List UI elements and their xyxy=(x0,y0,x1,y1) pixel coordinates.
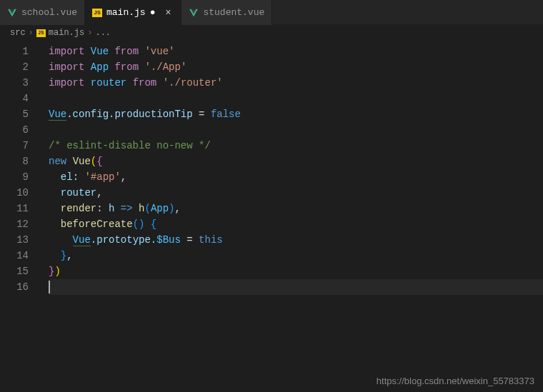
code-line: new Vue({ xyxy=(49,154,543,169)
code-line: el: '#app', xyxy=(49,169,543,185)
code-line: /* eslint-disable no-new */ xyxy=(49,138,543,154)
tab-student-vue[interactable]: student.vue xyxy=(181,0,272,25)
tab-bar: school.vue JS main.js ● × student.vue xyxy=(0,0,543,25)
line-number: 8 xyxy=(0,154,41,169)
line-number: 9 xyxy=(0,169,41,185)
chevron-right-icon: › xyxy=(29,28,34,38)
code-line: import Vue from 'vue' xyxy=(49,44,543,59)
close-icon[interactable]: × xyxy=(162,7,174,19)
line-number: 16 xyxy=(0,279,41,295)
code-line: Vue.config.productionTip = false xyxy=(49,106,543,122)
text-cursor xyxy=(49,281,50,293)
vue-icon xyxy=(7,8,17,18)
js-icon: JS xyxy=(92,9,102,17)
breadcrumb[interactable]: src › JS main.js › ... xyxy=(0,25,543,41)
tab-label: main.js xyxy=(106,7,146,18)
chevron-right-icon: › xyxy=(87,28,92,38)
breadcrumb-segment: src xyxy=(10,28,26,38)
tab-main-js[interactable]: JS main.js ● × xyxy=(85,0,181,25)
code-line: Vue.prototype.$Bus = this xyxy=(49,232,543,248)
line-number: 15 xyxy=(0,263,41,279)
breadcrumb-segment: main.js xyxy=(49,28,84,38)
line-number: 1 xyxy=(0,44,41,59)
line-number: 10 xyxy=(0,185,41,201)
code-line: render: h => h(App), xyxy=(49,201,543,216)
js-icon: JS xyxy=(36,29,46,37)
code-line: import router from './router' xyxy=(49,75,543,91)
watermark: https://blog.csdn.net/weixin_55783373 xyxy=(377,376,534,386)
code-line xyxy=(49,279,543,295)
line-number: 6 xyxy=(0,122,41,138)
tab-school-vue[interactable]: school.vue xyxy=(0,0,85,25)
tab-label: school.vue xyxy=(21,7,77,18)
tab-label: student.vue xyxy=(203,7,264,18)
line-number: 5 xyxy=(0,106,41,122)
code-line: }, xyxy=(49,248,543,263)
line-number: 12 xyxy=(0,216,41,232)
line-number: 3 xyxy=(0,75,41,91)
line-number-gutter: 1 2 3 4 5 6 7 8 9 10 11 12 13 14 15 16 xyxy=(0,41,41,392)
code-line: import App from './App' xyxy=(49,59,543,75)
vue-icon xyxy=(189,8,199,18)
code-content[interactable]: import Vue from 'vue' import App from '.… xyxy=(41,41,543,392)
line-number: 4 xyxy=(0,91,41,106)
line-number: 13 xyxy=(0,232,41,248)
line-number: 11 xyxy=(0,201,41,216)
code-line: }) xyxy=(49,263,543,279)
line-number: 2 xyxy=(0,59,41,75)
code-line xyxy=(49,91,543,106)
editor-area[interactable]: 1 2 3 4 5 6 7 8 9 10 11 12 13 14 15 16 i… xyxy=(0,41,543,392)
line-number: 7 xyxy=(0,138,41,154)
code-line xyxy=(49,122,543,138)
line-number: 14 xyxy=(0,248,41,263)
code-line: beforeCreate() { xyxy=(49,216,543,232)
code-line: router, xyxy=(49,185,543,201)
dirty-indicator: ● xyxy=(150,7,156,18)
breadcrumb-segment: ... xyxy=(95,28,111,38)
